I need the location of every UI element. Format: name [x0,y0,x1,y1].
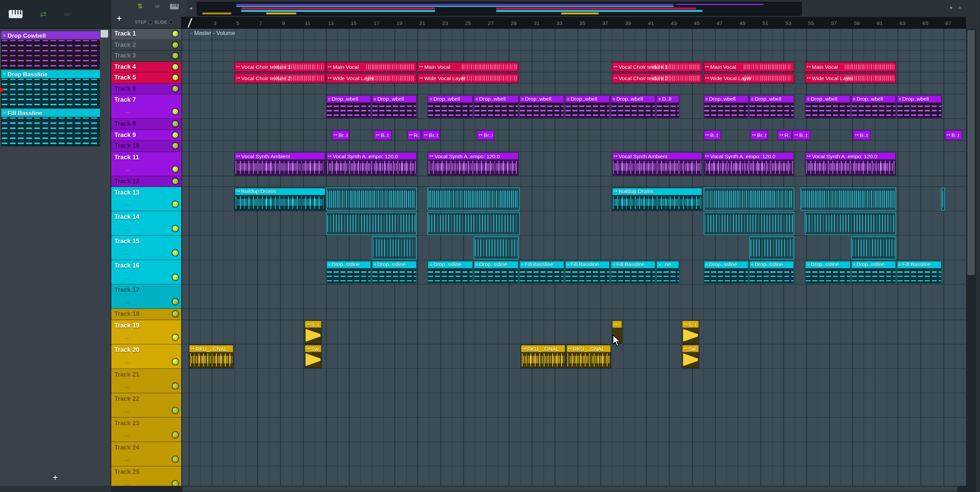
fast-forward-icon[interactable]: » [958,5,961,11]
horizontal-scrollbar[interactable] [111,486,976,492]
track-led[interactable] [173,42,178,48]
playlist-clip[interactable]: ↦B..t [703,130,721,140]
playlist-clip[interactable]: ↦Wide Vocal Layer [326,73,417,83]
playlist-clip[interactable] [851,236,896,260]
track-led[interactable] [173,432,178,437]
track-led[interactable] [173,31,178,37]
playlist-clip[interactable] [326,188,417,211]
pattern-item[interactable]: ≡Drop Bassline [2,70,100,107]
playlist-clip[interactable]: ↦Buildup Drums [235,188,325,211]
track-led[interactable] [173,121,178,127]
playlist-clip[interactable]: ≡Drop..wbell [428,95,473,118]
playlist-clip[interactable]: ↦Br..t [477,130,495,140]
playlist-clip[interactable]: ↦Vocal Synth A..empo: 120.0 [326,152,417,175]
pattern-header[interactable]: ≡Fill Bassline [2,109,100,117]
playlist-clip[interactable]: ≡Drop..ssline [703,260,749,284]
playlist-clip[interactable]: ≡Drop..wbell [519,95,564,118]
track-header[interactable]: Track 23... [111,417,181,442]
track-header[interactable]: Track 16... [111,260,181,284]
playlist-clip[interactable] [428,188,520,211]
playlist-clip[interactable]: ↦S..t [682,320,700,343]
playlist-clip[interactable]: ≡Drop..wbell [703,95,749,118]
playlist-clip[interactable]: ↦Vocal Synth A..empo: 120.0 [428,152,519,175]
track-header[interactable]: Track 20... [111,344,181,369]
playlist-clip[interactable]: ≡Drop..wbell [851,95,896,118]
track-led[interactable] [173,166,178,172]
track-header[interactable]: Track 12 [111,176,181,187]
playlist-clip[interactable] [941,188,945,211]
playlist-clip[interactable]: ↦Vocal Synth Ambient [235,152,325,175]
slide-toggle[interactable] [169,20,173,24]
track-header[interactable]: Track 1 [111,29,181,40]
playlist-clip[interactable]: ↦Sw.. [304,345,322,368]
playlist-clip[interactable] [372,236,417,260]
song-start-marker[interactable] [187,18,192,27]
track-led[interactable] [173,178,178,184]
track-header[interactable]: Track 14... [111,212,181,236]
pattern-item[interactable]: ≡Fill Bassline [2,109,100,146]
track-header[interactable]: Track 10 [111,141,181,152]
playlist-clip[interactable]: ≡Drop..ssline [428,260,473,284]
playlist-clip[interactable]: ↦RKU_..GNAL [566,345,611,368]
playlist-clip[interactable]: ≡Fill Bassline [519,260,564,284]
playlist-clip[interactable]: ↦Wide Vocal Layer [703,73,794,83]
playlist-clip[interactable]: ↦R..t [407,130,422,140]
track-led[interactable] [173,383,178,389]
horizontal-scroll-thumb[interactable] [183,487,958,492]
playlist-clip[interactable]: ↦RKU_..GNAL [189,345,234,368]
track-header[interactable]: Track 8 [111,119,181,130]
playlist-clip[interactable]: ↦Vocal Choir texture 1 [235,62,325,72]
playlist-clip[interactable]: ↦Wide Vocal Layer [805,73,896,83]
playlist-clip[interactable]: ≡Fill Bassline [896,260,942,284]
track-led[interactable] [173,143,178,148]
playlist-clip[interactable]: ↦Vocal Synth A..empo: 120.0 [805,152,896,175]
arrangement-overview[interactable] [197,2,802,16]
step-toggle[interactable] [148,20,153,24]
playlist-clip[interactable]: ≡Drop..ssline [326,260,371,284]
playlist-clip[interactable]: ≡Drop..wbell [896,95,942,118]
track-header[interactable]: Track 13... [111,187,181,212]
timeline-ruler[interactable]: 3579111315171921232527293133353739414345… [181,17,966,29]
link-icon[interactable]: ∞ [155,2,159,9]
track-header[interactable]: Track 6 [111,84,181,95]
playlist-clip[interactable]: ≡Drop..ssline [474,260,519,284]
playlist-clip[interactable]: ≡Drop..wbell [611,95,656,118]
playlist-grid[interactable]: ↦Vocal Choir texture 1↦Main Vocal↦Main V… [181,29,966,486]
playlist-clip[interactable]: ≡Fill Bassline [565,260,610,284]
keyboard-icon[interactable] [170,4,179,9]
playlist-clip[interactable] [326,212,417,235]
playlist-clip[interactable]: ≡Drop..wbell [326,95,371,118]
track-led[interactable] [173,311,178,317]
playlist-clip[interactable]: ↦B..t [374,130,392,140]
playlist-clip[interactable]: ↦B..t [793,130,810,140]
playlist-clip[interactable] [474,236,519,260]
playlist-clip[interactable]: ↦Vocal Synth A..empo: 120.0 [703,152,794,175]
playlist-clip[interactable]: ≡Drop..wbell [565,95,610,118]
playlist-clip[interactable]: ↦B..t [945,130,963,140]
add-track-button[interactable]: + [117,14,122,23]
link-icon[interactable]: ∞ [64,9,70,19]
track-led[interactable] [173,226,178,231]
track-led[interactable] [173,456,178,462]
playlist-clip[interactable]: ↦Main Vocal [417,62,519,72]
playlist-clip[interactable]: ↦Buildup Drums [612,188,703,211]
track-header[interactable]: Track 25... [111,466,181,486]
track-header[interactable]: Track 3 [111,51,181,62]
playlist-clip[interactable]: ≡D..ll [656,95,679,118]
playlist-clip[interactable] [800,188,896,211]
playlist-clip[interactable]: ↦Wide Vocal Layer [417,73,519,83]
playlist-clip[interactable] [428,212,520,235]
track-header[interactable]: Track 17... [111,284,181,309]
track-led[interactable] [173,359,178,364]
playlist-clip[interactable]: ↦RKU_..GNAL [520,345,566,368]
track-led[interactable] [173,75,178,81]
playlist-clip[interactable] [805,212,896,235]
playlist-clip[interactable]: ↦Br..t [750,130,768,140]
track-header[interactable]: Track 9 [111,130,181,141]
playlist-clip[interactable]: ↦Main Vocal [703,62,794,72]
pattern-header[interactable]: ≡Drop Cowbell [2,31,100,40]
track-header[interactable]: Track 19... [111,320,181,344]
playlist-clip[interactable]: ↦Vocal Choir texture 2 [612,73,703,83]
playlist-clip[interactable]: ≡Drop..wbell [474,95,519,118]
track-header[interactable]: Track 22... [111,393,181,417]
